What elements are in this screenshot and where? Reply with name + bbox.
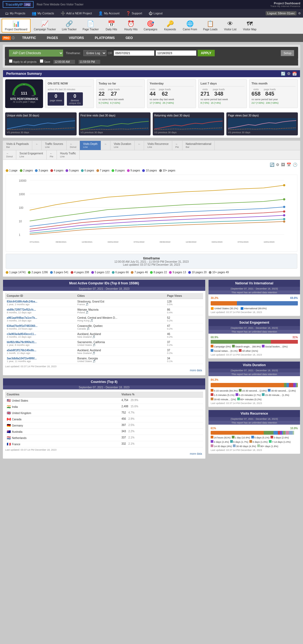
tab-hourly-traffic[interactable]: Hourly TrafficLine: [57, 150, 80, 160]
tab-arr-pie-1[interactable]: ←Pie: [172, 141, 183, 150]
tab-visits-recurrence[interactable]: Visits RecurrenceLine: [144, 141, 172, 150]
computer-id[interactable]: c3a903a4a9543ece11...: [7, 333, 74, 336]
tab-arr-left-3[interactable]: ←: [135, 141, 144, 150]
tab-social-engagement[interactable]: Social EngagementLine: [16, 150, 47, 160]
data-legend-item: 5 pages 122: [91, 271, 110, 274]
nav-my-contacts[interactable]: 👥 My Contacts: [29, 10, 57, 17]
settings-icon[interactable]: ⚙: [298, 12, 301, 15]
tab-arr-left-1[interactable]: ←: [32, 141, 42, 150]
dur-sub: (September 07, 2021 - December 18, 2023): [208, 369, 300, 372]
nav-support[interactable]: ❓ Support: [123, 10, 145, 17]
submenu-traffic[interactable]: TRAFFIC: [17, 34, 41, 42]
submenu-platforms[interactable]: PLATFORMS: [89, 34, 120, 42]
computer-city: Auckland, Auckland: [77, 333, 164, 336]
tab-national-intl[interactable]: National/InternationalBar: [183, 141, 215, 150]
tab-campaigns[interactable]: 🎯 Campaigns: [141, 19, 160, 32]
settings-perf-icon[interactable]: ⚙: [287, 71, 291, 76]
performance-summary: Performance Summary 🔄 ⚙ 📅 111 0 70 130 S…: [3, 70, 300, 138]
support-icon: ❓: [126, 11, 131, 15]
apply-button[interactable]: APPLY: [198, 50, 215, 56]
calendar-perf-icon[interactable]: 📅: [292, 71, 297, 76]
tab-arr-pie-2[interactable]: ←Pie: [47, 150, 57, 160]
calendar-chart-icon[interactable]: 📅: [286, 162, 291, 167]
country-visitors: 397: [122, 424, 126, 427]
submenu-geo[interactable]: GEO: [120, 34, 138, 42]
start-time-input[interactable]: [53, 60, 75, 64]
computer-id[interactable]: eb89c72f9772ef52cfc...: [7, 308, 74, 311]
tab-daily-hits[interactable]: 📅 Daily Hits: [102, 19, 121, 32]
tab-visitor-map[interactable]: 🗺 Visitor Map: [240, 19, 259, 32]
social-left-pct: 68.9%: [211, 336, 218, 339]
rec-bar-segment: [285, 431, 289, 435]
contacts-icon: 👥: [32, 11, 36, 15]
submenu-visitors[interactable]: VISITORS: [63, 34, 89, 42]
image-chart-icon[interactable]: 🖼: [281, 162, 285, 167]
this-month-vs-label: vs same period last year: [252, 98, 295, 101]
country-name: United States: [12, 399, 28, 402]
start-date-input[interactable]: [114, 50, 154, 56]
pro-info-icon[interactable]: ⓘ: [12, 36, 15, 40]
tab-visitor-list[interactable]: 👁 Visitor List: [221, 19, 240, 32]
tab-keywords[interactable]: 🔑 Keywords: [161, 19, 180, 32]
tab-arr-left-2[interactable]: ←: [101, 141, 110, 150]
submenu-pages[interactable]: PAGES: [41, 34, 63, 42]
save-checkbox[interactable]: [40, 59, 43, 63]
gauge-svg: 111 0 70 130: [11, 82, 38, 96]
last7-changes: 8 (+3%) 15 (+4%): [201, 102, 245, 104]
tab-traffic-sources[interactable]: Traffic SourcesLine: [42, 141, 67, 150]
tab-project-dashboard[interactable]: 📊 Project Dashboard: [2, 19, 31, 32]
end-date-input[interactable]: [156, 50, 196, 56]
tab-arr-donut-1[interactable]: ←Donut: [67, 141, 80, 150]
computers-header: Most Active Computer IDs (Top 8 from 155…: [3, 280, 205, 287]
on-site-metrics: 0 page views 0 devices unique IDs: [48, 92, 92, 106]
tab-came-from[interactable]: 🌐 Came From: [180, 19, 200, 32]
rec-last-updated: Last updated: 03:37:14 PM December 18, 2…: [211, 449, 298, 451]
country-name-cell: 🇬🇧 United Kingdom: [7, 411, 118, 415]
apply-all-checkbox[interactable]: [9, 59, 12, 63]
nav-logout[interactable]: ⏻ Logout: [146, 10, 165, 17]
rec-bar-segment: [293, 431, 294, 435]
svg-text:70: 70: [23, 84, 25, 86]
setup-button[interactable]: Setup: [281, 50, 294, 56]
nav-my-account[interactable]: 👤 My Account: [96, 10, 122, 17]
tab-page-loads[interactable]: 📋 Page Loads: [200, 19, 220, 32]
save-checkbox-label[interactable]: Save: [40, 60, 51, 63]
range-select[interactable]: Entire Log: [83, 50, 106, 56]
yest-v-chg: 17 (+39%): [149, 102, 161, 104]
tab-visits-pageloads[interactable]: Visits & PageloadsBar: [3, 141, 32, 150]
tab-visits-depth[interactable]: Visits DepthLine: [80, 141, 101, 150]
computer-id[interactable]: bbf82c98a79c995fa31...: [7, 341, 74, 344]
tab-visits-duration[interactable]: Visits DurationLine: [110, 141, 135, 150]
tab-campaign-tracker[interactable]: 📈 Campaign Tracker: [31, 19, 59, 32]
computer-id[interactable]: a961aaf448ac7a1ce7b...: [7, 316, 74, 319]
computers-more-data[interactable]: more data: [5, 368, 203, 373]
data-legend-item: 7 pages 46: [131, 271, 148, 274]
visits-duration-card: Visits Duration (September 07, 2021 - De…: [208, 361, 300, 407]
nat-legend: 🟧 United States (30.2%) 🟦 International …: [211, 307, 298, 310]
computer-id[interactable]: 634ad7be9f1d7483360...: [7, 324, 74, 327]
today-title: Today so far: [99, 82, 142, 86]
share-chart-icon[interactable]: ⚙: [276, 162, 279, 167]
computer-id[interactable]: 83dc64168fc4a8c24ba...: [7, 300, 74, 303]
end-time-input[interactable]: [79, 60, 100, 64]
computer-id[interactable]: a5ab8f1ff176b140e8b...: [7, 349, 74, 352]
computer-id[interactable]: 3ae3db8a10472e49f6f...: [7, 357, 74, 360]
apply-all-projects-checkbox-label[interactable]: Apply to all projects: [9, 60, 37, 63]
computer-age: 8 months, 12 days ago: [7, 311, 74, 314]
countries-more-data[interactable]: more data: [5, 451, 203, 456]
tab-arr-donut-2[interactable]: ←Donut: [3, 150, 16, 160]
tab-hourly-hits[interactable]: ⏰ Hourly Hits: [121, 19, 140, 32]
tab-link-tracker[interactable]: 🔗 Link Tracker: [59, 19, 79, 32]
l7-v-chg: 8 (+3%): [201, 102, 209, 104]
refresh-icon[interactable]: 🔄: [281, 71, 285, 76]
clock-chart-icon[interactable]: 🕐: [293, 162, 297, 167]
national-intl-bar: [211, 301, 298, 305]
this-month-box: This month visits 658 page loads 845 vs …: [249, 79, 298, 108]
project-select[interactable]: AiP Cart Checkouts: [9, 50, 63, 57]
nav-add-project[interactable]: ➕ Add a NEW Project: [58, 10, 95, 17]
refresh-chart-icon[interactable]: 🔄: [270, 162, 274, 167]
rec-right-pct: 10.9%: [290, 427, 298, 430]
tab-page-tracker[interactable]: 📄 Page Tracker: [80, 19, 101, 32]
perf-summary-header: Performance Summary 🔄 ⚙ 📅: [3, 70, 300, 77]
nav-my-projects[interactable]: 🗂 My Projects: [2, 10, 28, 17]
